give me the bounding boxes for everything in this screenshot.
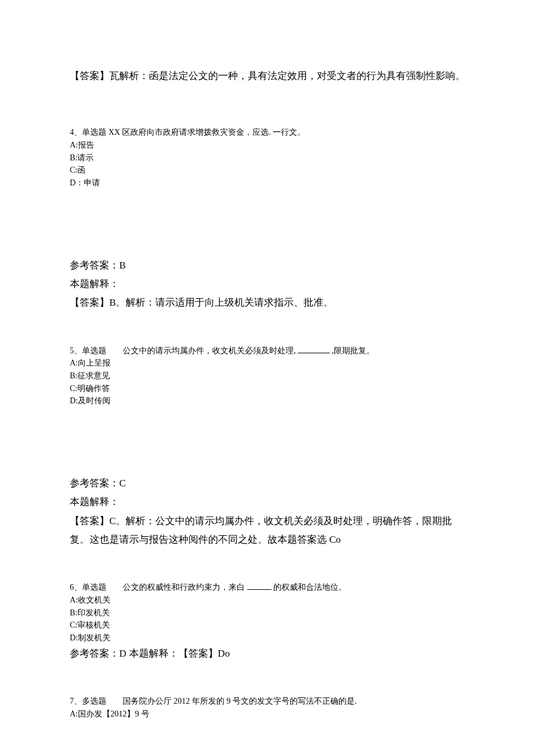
q5-explain-text: 【答案】C。解析：公文中的请示均属办件，收文机关必须及时处理，明确作答，限期批复… <box>70 512 465 550</box>
q3-answer-block: 【答案】瓦解析：函是法定公文的一种，具有法定效用，对受文者的行为具有强制性影响。 <box>70 67 465 85</box>
q6-stem: 6、单选题 公文的权威性和行政约束力，来白 的权威和合法地位。 <box>70 581 465 594</box>
q5-option-b: B:征求意见 <box>70 370 465 382</box>
q5-answer-block: 参考答案：C 本题解释： 【答案】C。解析：公文中的请示均属办件，收文机关必须及… <box>70 474 465 549</box>
q5-stem: 5、单选题 公文中的请示均属办件，收文机关必须及时处理, ,限期批复。 <box>70 345 465 357</box>
q4-explain-text: 【答案】B。解析：请示适用于向上级机关请求指示、批准。 <box>70 293 465 312</box>
q6-option-d: D:制发机关 <box>70 632 465 644</box>
q5-question: 5、单选题 公文中的请示均属办件，收文机关必须及时处理, ,限期批复。 A:向上… <box>70 345 465 407</box>
q4-stem: 4、单选题 XX 区政府向市政府请求增拨救灾资金，应选. 一行文。 <box>70 128 305 137</box>
q7-stem: 7、多选题 国务院办公厅 2012 年所发的 9 号文的发文字号的写法不正确的是… <box>70 697 357 705</box>
q6-stem-suffix: 的权威和合法地位。 <box>272 583 347 592</box>
q3-answer-text: 【答案】瓦解析：函是法定公文的一种，具有法定效用，对受文者的行为具有强制性影响。 <box>70 70 465 81</box>
q6-stem-prefix: 6、单选题 公文的权威性和行政约束力，来白 <box>70 583 247 592</box>
q6-option-c: C:审核机关 <box>70 619 465 632</box>
q7-option-a: A:国办发【2012】9 号 <box>70 708 465 721</box>
blank-underscore <box>247 582 272 590</box>
q4-option-b: B:请示 <box>70 152 465 164</box>
q5-explain-label: 本题解释： <box>70 493 465 511</box>
q4-option-a: A:报告 <box>70 139 465 152</box>
q6-question: 6、单选题 公文的权威性和行政约束力，来白 的权威和合法地位。 A:收文机关 B… <box>70 581 465 644</box>
q5-stem-prefix: 5、单选题 公文中的请示均属办件，收文机关必须及时处理, <box>70 346 298 355</box>
q4-question: 4、单选题 XX 区政府向市政府请求增拨救灾资金，应选. 一行文。 A:报告 B… <box>70 126 465 189</box>
q4-explain-label: 本题解释： <box>70 275 465 293</box>
q4-option-d: D：申请 <box>70 177 465 189</box>
q6-ref-answer: 参考答案：D 本题解释：【答案】Do <box>70 648 230 659</box>
q4-ref-answer: 参考答案：B <box>70 256 465 275</box>
document-page: 【答案】瓦解析：函是法定公文的一种，具有法定效用，对受文者的行为具有强制性影响。… <box>0 0 535 755</box>
q6-option-b: B:印发机关 <box>70 607 465 619</box>
blank-underscore <box>298 345 330 353</box>
q7-question: 7、多选题 国务院办公厅 2012 年所发的 9 号文的发文字号的写法不正确的是… <box>70 695 465 720</box>
q5-option-c: C:明确作答 <box>70 382 465 395</box>
q4-answer-block: 参考答案：B 本题解释： 【答案】B。解析：请示适用于向上级机关请求指示、批准。 <box>70 256 465 313</box>
q5-option-d: D:及时传阅 <box>70 395 465 407</box>
q6-answer-block: 参考答案：D 本题解释：【答案】Do <box>70 644 465 663</box>
q4-option-c: C:函 <box>70 164 465 177</box>
q6-option-a: A:收文机关 <box>70 594 465 607</box>
q5-ref-answer: 参考答案：C <box>70 474 465 493</box>
q5-option-a: A:向上呈报 <box>70 357 465 370</box>
q5-stem-suffix: ,限期批复。 <box>330 346 374 355</box>
